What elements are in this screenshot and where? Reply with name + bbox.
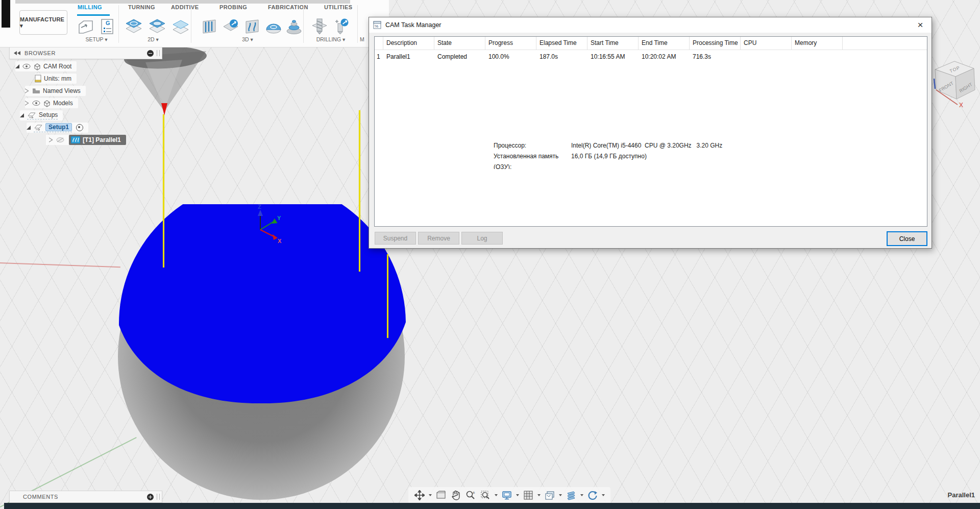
visibility-eye-icon[interactable]	[22, 64, 31, 69]
drilling-group-dropdown[interactable]: DRILLING ▾	[316, 36, 346, 42]
column-header-cpu[interactable]: CPU	[741, 37, 792, 50]
panel-drag-grip[interactable]	[157, 494, 160, 500]
column-header-elapsed-time[interactable]: Elapsed Time	[536, 37, 587, 50]
setup-group-dropdown[interactable]: SETUP ▾	[85, 36, 107, 42]
tree-item-parallel1[interactable]: [T1] Parallel1	[46, 135, 126, 145]
column-header-description[interactable]: Description	[383, 37, 434, 50]
zoom-window-dropdown-caret[interactable]	[495, 494, 498, 496]
display-settings-icon[interactable]	[501, 489, 513, 501]
drill-icon[interactable]	[310, 17, 329, 36]
column-header-memory[interactable]: Memory	[792, 37, 843, 50]
pocket-clearing-icon[interactable]	[222, 17, 240, 36]
column-header-progress[interactable]: Progress	[485, 37, 536, 50]
column-header-state[interactable]: State	[434, 37, 485, 50]
zoom-window-icon[interactable]	[479, 489, 492, 501]
expanded-arrow-icon[interactable]	[20, 113, 24, 117]
orbit-icon[interactable]	[413, 489, 426, 501]
cpu-label: Процессор:	[494, 140, 571, 151]
new-setup-icon[interactable]	[77, 17, 95, 36]
hidden-eye-icon[interactable]	[56, 137, 64, 142]
column-header-start-time[interactable]: Start Time	[587, 37, 639, 50]
column-header-rownum[interactable]	[375, 37, 383, 50]
application-logo-strip	[2, 0, 10, 28]
viewports-dropdown-caret[interactable]	[559, 494, 562, 496]
tree-item-models[interactable]: Models	[25, 98, 78, 108]
collapsed-arrow-icon[interactable]	[25, 88, 29, 93]
tab-probing[interactable]: PROBING	[219, 4, 247, 10]
panel-drag-grip[interactable]	[157, 50, 160, 56]
parallel-icon[interactable]	[264, 17, 283, 36]
collapsed-arrow-icon[interactable]	[49, 137, 53, 142]
adaptive-clearing-icon[interactable]	[200, 17, 218, 36]
face-icon[interactable]	[172, 17, 190, 36]
task-row[interactable]: 1 Parallel1 Completed 100.0% 187.0s 10:1…	[375, 50, 927, 63]
remove-button[interactable]: Remove	[418, 232, 459, 245]
tree-item-units[interactable]: Units: mm	[35, 74, 77, 84]
collapsed-arrow-icon[interactable]	[25, 101, 29, 106]
column-header-end-time[interactable]: End Time	[639, 37, 690, 50]
stock-sphere-model[interactable]	[110, 204, 416, 509]
ram-value: 16,0 ГБ (14,9 ГБ доступно)	[571, 151, 820, 169]
add-comment-icon[interactable]	[147, 494, 154, 500]
3d-group-dropdown[interactable]: 3D ▾	[242, 36, 253, 42]
browser-panel-header[interactable]: BROWSER	[9, 47, 162, 59]
tab-additive[interactable]: ADDITIVE	[171, 4, 199, 10]
turntable-dropdown-caret[interactable]	[602, 494, 605, 496]
task-description: Parallel1	[383, 53, 434, 60]
tap-icon[interactable]	[332, 17, 350, 36]
2d-pocket-icon[interactable]	[125, 17, 143, 36]
active-setup-radio-icon[interactable]	[76, 124, 83, 131]
multiaxis-group-dropdown[interactable]: M	[360, 36, 364, 42]
tree-item-setup1[interactable]: Setup1	[27, 123, 88, 133]
group-separator	[118, 5, 119, 43]
comments-panel-header[interactable]: COMMENTS	[9, 491, 162, 503]
look-at-icon[interactable]	[435, 489, 447, 501]
body-cube-icon	[43, 100, 51, 107]
panel-visibility-icon[interactable]	[147, 50, 154, 57]
tool-tip	[161, 103, 167, 115]
ground-x-axis-line	[0, 262, 120, 268]
viewports-icon[interactable]	[544, 489, 556, 501]
dialog-title-bar[interactable]: % CAM Task Manager	[369, 17, 932, 33]
ram-label: Установленная память (ОЗУ):	[494, 151, 571, 169]
active-tab-underline	[77, 14, 110, 16]
expanded-arrow-icon[interactable]	[15, 64, 19, 68]
spiral-icon[interactable]	[285, 17, 303, 36]
grid-settings-dropdown-caret[interactable]	[537, 494, 541, 496]
origin-triad: Z Y X	[245, 202, 291, 248]
display-settings-dropdown-caret[interactable]	[516, 494, 519, 496]
tab-fabrication[interactable]: FABRICATION	[268, 4, 308, 10]
steep-and-shallow-icon[interactable]	[243, 17, 261, 36]
tree-item-label: Setup1	[45, 123, 72, 131]
tree-item-label: CAM Root	[43, 63, 71, 70]
2d-group-dropdown[interactable]: 2D ▾	[148, 36, 159, 42]
close-button[interactable]: Close	[887, 231, 927, 246]
steps-icon[interactable]	[565, 489, 577, 501]
tab-turning[interactable]: TURNING	[128, 4, 155, 10]
orbit-dropdown-caret[interactable]	[429, 494, 432, 496]
collapse-panel-icon[interactable]	[14, 51, 20, 55]
2d-contour-icon[interactable]	[148, 17, 166, 36]
view-cube[interactable]: TOP FRONT RIGHT X	[927, 54, 980, 110]
pan-icon[interactable]	[450, 489, 462, 501]
tab-milling[interactable]: MILLING	[78, 4, 102, 10]
dialog-close-button[interactable]: ×	[909, 17, 932, 33]
tree-item-named-views[interactable]: Named Views	[25, 86, 86, 96]
log-button[interactable]: Log	[461, 232, 503, 245]
tab-utilities[interactable]: UTILITIES	[324, 4, 353, 10]
expanded-arrow-icon[interactable]	[27, 126, 31, 130]
suspend-button[interactable]: Suspend	[375, 232, 416, 245]
toolpath-link-line	[163, 114, 164, 268]
turntable-icon[interactable]	[586, 489, 599, 501]
tree-item-cam-root[interactable]: CAM Root	[15, 61, 77, 71]
gcode-settings-icon[interactable]: G	[98, 17, 116, 36]
column-header-processing-time[interactable]: Processing Time	[690, 37, 741, 50]
tree-item-setups[interactable]: Setups	[20, 110, 63, 120]
svg-text:±: ±	[473, 490, 475, 495]
zoom-icon[interactable]: ±	[464, 489, 477, 501]
triad-y-label: Y	[277, 215, 281, 221]
grid-settings-icon[interactable]	[522, 489, 534, 501]
steps-dropdown-caret[interactable]	[580, 494, 583, 496]
visibility-eye-icon[interactable]	[32, 101, 40, 106]
workspace-selector-button[interactable]: MANUFACTURE ▾	[19, 10, 67, 35]
